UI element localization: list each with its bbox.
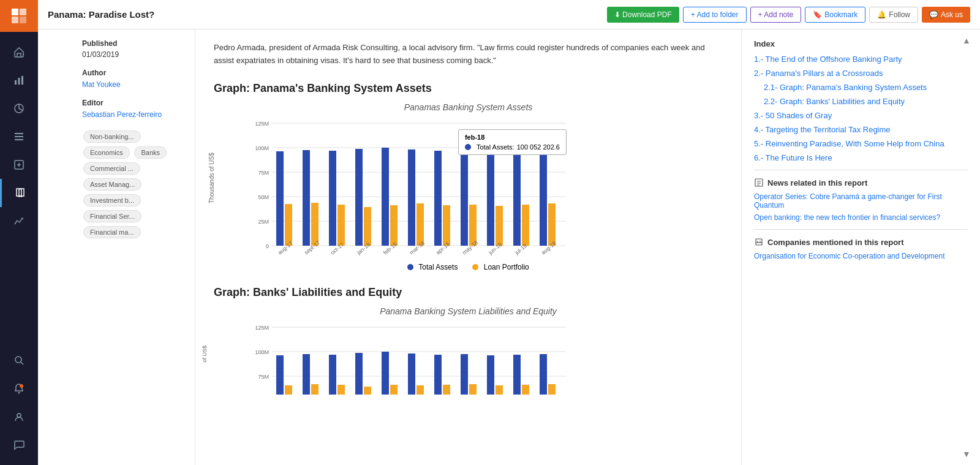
nav-home-icon[interactable] [0,38,38,66]
index-item-4: 4.- Targeting the Territorial Tax Regime [754,125,968,134]
svg-rect-75 [364,387,371,395]
nav-chat-icon[interactable] [0,431,38,459]
index-heading: Index [754,39,968,48]
svg-rect-4 [15,80,17,85]
chart2-svg: 125M 100M 75M [247,321,572,395]
svg-rect-80 [434,355,442,395]
add-note-button[interactable]: + Add note [750,7,802,23]
svg-point-14 [18,392,20,394]
svg-rect-6 [21,76,23,85]
add-folder-button[interactable]: + Add to folder [683,7,747,23]
section1-heading: Graph: Panama's Banking System Assets [214,82,723,95]
published-label: Published [82,39,189,48]
editor-link[interactable]: Sebastian Perez-ferreiro [82,110,162,119]
index-link-2-1[interactable]: 2.1- Graph: Panama's Banking System Asse… [764,83,927,92]
tag-economics[interactable]: Economics [83,146,130,159]
index-link-1[interactable]: 1.- The End of the Offshore Banking Part… [754,55,902,64]
index-item-5: 5.- Reinventing Paradise, With Some Help… [754,139,968,148]
nav-book-icon[interactable] [0,179,38,207]
nav-chart-icon[interactable] [0,66,38,94]
index-link-6[interactable]: 6.- The Future Is Here [754,153,832,162]
tag-financial-ma[interactable]: Financial ma... [83,226,141,238]
tags-sidebar: Published 01/03/2019 Author Mat Youkee E… [76,29,195,465]
index-item-6: 6.- The Future Is Here [754,153,968,162]
chart1-svg: 125M 100M 75M 50M 25M 0 [247,117,572,258]
svg-rect-41 [434,151,442,246]
svg-rect-2 [12,17,18,23]
svg-rect-34 [337,205,345,246]
tag-asset-manag[interactable]: Asset Manag... [83,178,141,191]
ask-us-button[interactable]: 💬 Ask us [922,7,970,23]
tag-banks[interactable]: Banks [134,146,167,159]
published-date: 01/03/2019 [82,50,189,59]
nav-list-icon[interactable] [0,123,38,151]
app-logo[interactable] [0,0,38,32]
tag-commercial[interactable]: Commercial ... [83,162,140,175]
svg-rect-35 [355,149,363,246]
related-item-2: Open banking: the new tech frontier in f… [754,213,968,222]
svg-rect-5 [18,78,20,85]
tag-financial-ser[interactable]: Financial Ser... [83,210,141,222]
svg-rect-76 [382,352,389,395]
svg-text:125M: 125M [255,325,269,331]
topbar-actions: ⬇ Download PDF + Add to folder + Add not… [607,7,970,23]
svg-rect-8 [15,133,23,134]
legend-total-assets: Total Assets [407,263,458,271]
svg-rect-74 [355,353,363,395]
svg-rect-70 [303,354,310,395]
nav-bottom-icons [0,346,38,465]
related-link-1[interactable]: Operator Series: Cobre Panamá a game-cha… [754,192,942,210]
company-link-1[interactable]: Organisation for Economic Co-operation a… [754,252,945,260]
chart1-legend: Total Assets Loan Portfolio [214,263,723,271]
index-link-4[interactable]: 4.- Targeting the Territorial Tax Regime [754,125,891,134]
follow-button[interactable]: 🔔 Follow [869,7,918,23]
nav-user-icon[interactable] [0,403,38,431]
svg-rect-84 [487,355,494,395]
chart2-title: Panama Banking System Liabilities and Eq… [214,306,723,316]
svg-rect-46 [496,206,503,246]
index-link-2-2[interactable]: 2.2- Graph: Banks' Liabilities and Equit… [764,97,905,106]
svg-rect-36 [364,207,371,246]
tag-investment[interactable]: Investment b... [83,194,141,206]
svg-rect-72 [329,355,336,395]
svg-text:50M: 50M [258,194,269,200]
tag-non-banking[interactable]: Non-banking... [83,130,141,143]
svg-rect-39 [408,149,415,246]
download-pdf-button[interactable]: ⬇ Download PDF [607,7,679,23]
bookmark-button[interactable]: 🔖 Bookmark [805,7,865,23]
index-divider-2 [754,229,968,230]
index-link-5[interactable]: 5.- Reinventing Paradise, With Some Help… [754,139,944,148]
nav-stats-icon[interactable] [0,207,38,235]
svg-rect-42 [443,205,450,246]
svg-text:25M: 25M [258,219,269,225]
svg-rect-49 [540,150,547,246]
index-sidebar: ▲ Index 1.- The End of the Offshore Bank… [741,29,980,465]
related-link-2[interactable]: Open banking: the new tech frontier in f… [754,213,940,222]
nav-notification-icon[interactable] [0,374,38,403]
page-title: Panama: Paradise Lost? [48,9,607,20]
svg-rect-9 [15,136,23,137]
index-link-2[interactable]: 2.- Panama's Pillars at a Crossroads [754,69,883,78]
nav-analytics-icon[interactable] [0,94,38,123]
left-navigation [0,0,38,465]
article-intro: Pedro Armada, president of Armada Risk C… [214,42,723,67]
nav-finance-icon[interactable] [0,151,38,179]
editor-section: Editor Sebastian Perez-ferreiro [82,99,189,119]
svg-rect-68 [276,355,284,395]
nav-search-icon[interactable] [0,346,38,374]
svg-rect-40 [417,203,424,246]
svg-text:125M: 125M [255,121,269,127]
svg-rect-77 [390,385,398,395]
index-link-3[interactable]: 3.- 50 Shades of Gray [754,111,832,120]
svg-rect-37 [382,148,389,246]
svg-rect-3 [20,17,26,23]
svg-rect-82 [461,354,468,395]
scroll-down-arrow[interactable]: ▼ [960,448,973,460]
svg-text:75M: 75M [258,170,269,176]
svg-point-16 [17,414,21,417]
scroll-up-arrow[interactable]: ▲ [960,34,973,47]
svg-text:100M: 100M [255,145,269,151]
index-item-2-1: 2.1- Graph: Panama's Banking System Asse… [754,83,968,92]
svg-rect-79 [417,385,424,395]
author-link[interactable]: Mat Youkee [82,80,121,89]
